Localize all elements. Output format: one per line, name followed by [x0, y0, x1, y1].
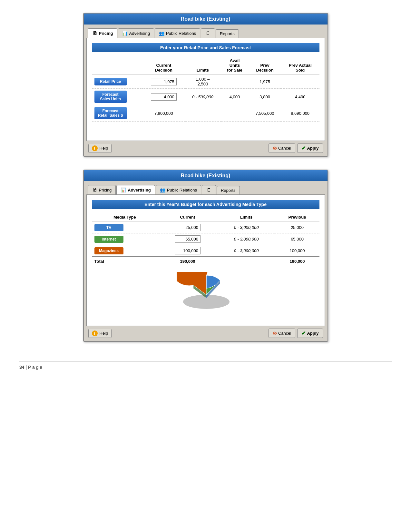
internet-input[interactable]: 65,000 — [175, 235, 201, 243]
forecast-sales-button[interactable]: ForecastRetail Sales $ — [94, 107, 127, 119]
retail-price-input[interactable]: 1,975 — [151, 78, 177, 85]
window1-bottom-bar: i Help ⊗ Cancel ✔ Apply — [86, 141, 325, 153]
col-prev-decision: PrevDecision — [249, 56, 281, 75]
table-row: ForecastRetail Sales $ 7,900,000 7,505,0… — [92, 105, 319, 122]
col-limits: Limits — [185, 56, 220, 75]
window2-content: Enter this Year's Budget for each Advert… — [86, 194, 325, 326]
tab2-pricing[interactable]: 🖹 Pricing — [88, 185, 116, 194]
adv-col-current: Current — [158, 213, 217, 222]
window1-cancel-button[interactable]: ⊗ Cancel — [269, 143, 295, 153]
internet-limits: 0 - 3,000,000 — [218, 233, 275, 245]
pie-chart-container — [92, 266, 319, 320]
window1-body: 🖹 Pricing 📊 Advertising 👥 Public Relatio… — [84, 25, 328, 156]
retail-price-prev-decision: 1,975 — [249, 75, 281, 89]
retail-price-button[interactable]: Retail Price — [94, 78, 127, 85]
window2-section-header: Enter this Year's Budget for each Advert… — [92, 200, 319, 209]
tab-pricing-label: Pricing — [99, 31, 113, 36]
apply2-label: Apply — [307, 331, 318, 336]
window2-apply-button[interactable]: ✔ Apply — [297, 329, 323, 338]
tab-pr-label: Public Relations — [166, 31, 196, 36]
forecast-sales-prev-actual: 8,690,000 — [281, 105, 319, 122]
notes-icon: 🗒 — [205, 30, 211, 36]
col-prev-actual: Prev ActualSold — [281, 56, 319, 75]
advertising2-icon: 📊 — [121, 187, 126, 193]
apply2-icon: ✔ — [301, 330, 306, 336]
forecast-units-input[interactable]: 4,000 — [151, 93, 177, 101]
advertising-icon: 📊 — [122, 30, 128, 36]
retail-price-avail — [221, 75, 249, 89]
tv-limits: 0 - 3,000,000 — [218, 222, 275, 233]
magazines-limits: 0 - 3,000,000 — [218, 245, 275, 257]
adv-col-limits: Limits — [218, 213, 275, 222]
forecast-units-button[interactable]: ForecastSales Units — [94, 91, 127, 103]
tab-notes[interactable]: 🗒 — [201, 28, 215, 38]
tab-public-relations[interactable]: 👥 Public Relations — [155, 28, 200, 38]
window2-help-button[interactable]: i Help — [88, 329, 112, 338]
adv-col-previous: Previous — [275, 213, 319, 222]
tab2-advertising-label: Advertising — [128, 188, 151, 192]
forecast-sales-prev-decision: 7,505,000 — [249, 105, 281, 122]
help2-icon: i — [92, 330, 98, 336]
cancel-label: Cancel — [278, 146, 291, 151]
window1-content: Enter your Retail Price and Sales Foreca… — [86, 38, 325, 141]
forecast-units-prev-decision: 3,800 — [249, 89, 281, 105]
window1-tabbar: 🖹 Pricing 📊 Advertising 👥 Public Relatio… — [86, 27, 325, 38]
col-label — [92, 56, 143, 75]
forecast-sales-label: ForecastRetail Sales $ — [92, 105, 143, 122]
magazines-label: Magazines — [94, 247, 123, 254]
cancel2-label: Cancel — [278, 331, 291, 336]
tab2-reports-label: Reports — [221, 188, 236, 193]
total-previous: 190,000 — [275, 257, 319, 266]
tab2-advertising[interactable]: 📊 Advertising — [116, 185, 155, 194]
tv-input[interactable]: 25,000 — [175, 224, 201, 231]
retail-price-label: Retail Price — [92, 75, 143, 89]
table-row: TV 25,000 0 - 3,000,000 25,000 — [92, 222, 319, 233]
internet-previous: 65,000 — [275, 233, 319, 245]
tab2-pricing-label: Pricing — [99, 188, 112, 192]
forecast-units-prev-actual: 4,400 — [281, 89, 319, 105]
pricing2-icon: 🖹 — [92, 187, 98, 193]
tab2-notes[interactable]: 🗒 — [202, 185, 216, 194]
total-limits — [218, 257, 275, 266]
window1-action-buttons: ⊗ Cancel ✔ Apply — [269, 143, 323, 153]
window1-title: Road bike (Existing) — [84, 14, 328, 25]
window2-action-buttons: ⊗ Cancel ✔ Apply — [269, 329, 323, 338]
page-wrapper: Road bike (Existing) 🖹 Pricing 📊 Adverti… — [19, 13, 392, 370]
page-number: 34 — [19, 365, 24, 370]
window-advertising: Road bike (Existing) 🖹 Pricing 📊 Adverti… — [83, 170, 328, 342]
window1-apply-button[interactable]: ✔ Apply — [297, 143, 323, 153]
forecast-units-label: ForecastSales Units — [92, 89, 143, 105]
magazines-label-cell: Magazines — [92, 245, 158, 257]
internet-label: Internet — [94, 236, 123, 243]
window2-tabbar: 🖹 Pricing 📊 Advertising 👥 Public Relatio… — [86, 184, 325, 194]
forecast-units-limits: 0 - 500,000 — [185, 89, 220, 105]
forecast-units-current: 4,000 — [142, 89, 185, 105]
tab-reports[interactable]: Reports — [216, 29, 239, 38]
tab-advertising[interactable]: 📊 Advertising — [118, 28, 154, 38]
tab-advertising-label: Advertising — [129, 31, 150, 36]
total-row: Total 190,000 190,000 — [92, 257, 319, 266]
cancel-icon: ⊗ — [273, 145, 277, 151]
help-icon: i — [92, 145, 98, 151]
window2-title: Road bike (Existing) — [84, 170, 328, 181]
tab2-public-relations[interactable]: 👥 Public Relations — [156, 185, 201, 194]
retail-price-prev-actual — [281, 75, 319, 89]
advertising-table: Media Type Current Limits Previous TV — [92, 213, 319, 266]
tab2-reports[interactable]: Reports — [217, 186, 240, 194]
internet-label-cell: Internet — [92, 233, 158, 245]
pr-icon: 👥 — [159, 30, 165, 36]
col-current-decision: CurrentDecision — [142, 56, 185, 75]
total-label: Total — [92, 257, 158, 266]
pricing-icon: 🖹 — [92, 30, 98, 36]
apply-icon: ✔ — [301, 145, 306, 151]
magazines-input[interactable]: 100,000 — [175, 247, 201, 254]
magazines-previous: 100,000 — [275, 245, 319, 257]
forecast-sales-current: 7,900,000 — [142, 105, 185, 122]
table-row: ForecastSales Units 4,000 0 - 500,000 4,… — [92, 89, 319, 105]
window2-cancel-button[interactable]: ⊗ Cancel — [269, 329, 295, 338]
window2-bottom-bar: i Help ⊗ Cancel ✔ Apply — [86, 326, 325, 339]
window1-help-button[interactable]: i Help — [88, 144, 112, 153]
tab-pricing[interactable]: 🖹 Pricing — [88, 28, 117, 38]
forecast-sales-limits — [185, 105, 220, 122]
tab-reports-label: Reports — [220, 31, 235, 36]
